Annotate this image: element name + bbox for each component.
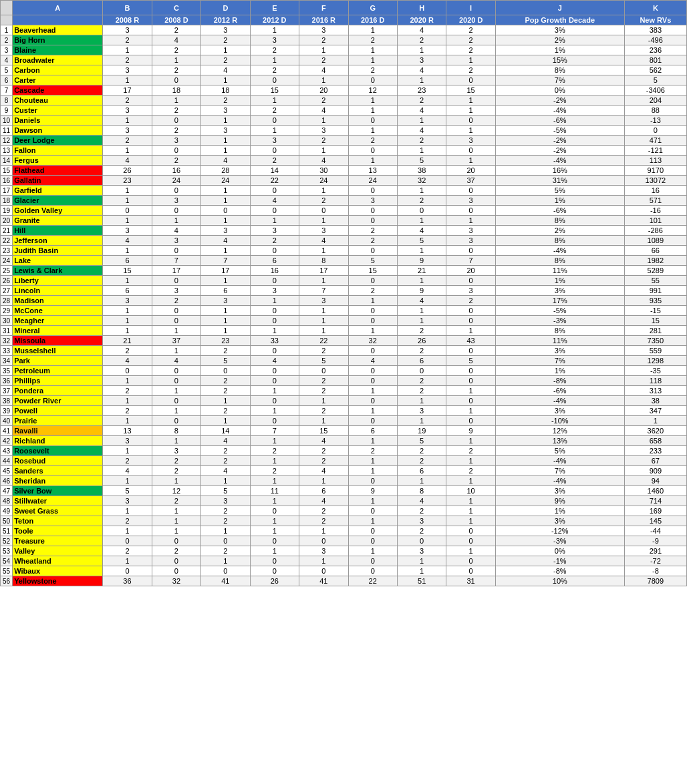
- table-row: 35Petroleum000000001%-35: [1, 366, 687, 376]
- table-row: 53Valley222131310%291: [1, 546, 687, 556]
- row-number: 31: [1, 326, 13, 336]
- data-cell: 7350: [624, 336, 686, 346]
- county-name: Liberty: [13, 276, 103, 286]
- row-number: 46: [1, 476, 13, 486]
- data-cell: 5: [624, 75, 686, 85]
- row-number: 1: [1, 25, 13, 35]
- data-cell: 11%: [495, 336, 624, 346]
- data-cell: 3620: [624, 426, 686, 436]
- data-cell: 2: [299, 346, 348, 356]
- county-name: Missoula: [13, 336, 103, 346]
- data-cell: 8: [397, 486, 446, 496]
- data-cell: 2: [201, 95, 250, 106]
- data-cell: 55: [624, 276, 686, 286]
- table-row: 32Missoula213723332232264311%7350: [1, 336, 687, 346]
- data-cell: 3: [152, 136, 200, 146]
- data-cell: 0: [152, 316, 200, 326]
- data-cell: 559: [624, 346, 686, 356]
- county-name: Deer Lodge: [13, 136, 103, 146]
- row-number: 32: [1, 336, 13, 346]
- data-cell: 0: [446, 566, 495, 576]
- data-cell: 6: [397, 466, 446, 476]
- data-cell: -72: [624, 556, 686, 566]
- data-cell: 1: [299, 276, 348, 286]
- data-cell: 2: [299, 95, 348, 106]
- data-cell: 4: [299, 65, 348, 75]
- data-cell: 4: [103, 156, 152, 166]
- data-cell: 0: [250, 396, 299, 406]
- data-cell: 41: [201, 576, 250, 586]
- data-cell: 1: [348, 456, 397, 466]
- data-cell: 0: [250, 346, 299, 356]
- table-row: 2Big Horn242322222%-496: [1, 35, 687, 45]
- data-cell: 2: [299, 136, 348, 146]
- data-cell: 2: [299, 506, 348, 516]
- data-cell: 36: [103, 576, 152, 586]
- data-cell: 1: [250, 296, 299, 306]
- data-cell: 1: [103, 146, 152, 156]
- data-cell: 32: [397, 176, 446, 186]
- county-name: Custer: [13, 106, 103, 116]
- county-name: Blaine: [13, 45, 103, 55]
- table-row: 34Park445454657%1298: [1, 356, 687, 366]
- data-cell: 3%: [495, 486, 624, 496]
- data-cell: 3: [201, 296, 250, 306]
- data-cell: 18: [201, 85, 250, 95]
- data-cell: 2: [348, 136, 397, 146]
- data-cell: 4: [397, 296, 446, 306]
- data-cell: -5%: [495, 126, 624, 136]
- data-cell: 4: [299, 466, 348, 476]
- data-cell: 1: [250, 216, 299, 226]
- data-cell: 2: [348, 65, 397, 75]
- data-cell: 2: [348, 226, 397, 236]
- data-cell: 4: [250, 356, 299, 366]
- subheader-2016d: 2016 D: [348, 15, 397, 25]
- data-cell: 9170: [624, 166, 686, 176]
- data-cell: 3: [250, 226, 299, 236]
- row-number: 12: [1, 136, 13, 146]
- data-cell: 2: [446, 35, 495, 45]
- data-cell: 66: [624, 246, 686, 256]
- data-cell: 1: [446, 506, 495, 516]
- table-row: 14Fergus42424151-4%113: [1, 156, 687, 166]
- data-cell: 1: [299, 416, 348, 426]
- data-cell: 43: [446, 336, 495, 346]
- data-cell: 5: [397, 436, 446, 446]
- data-cell: 0: [250, 416, 299, 426]
- data-cell: 0: [446, 146, 495, 156]
- data-cell: 3: [103, 226, 152, 236]
- data-cell: 2: [446, 296, 495, 306]
- county-name: Cascade: [13, 85, 103, 95]
- data-cell: 2: [152, 45, 200, 55]
- data-cell: 23: [201, 336, 250, 346]
- data-cell: 233: [624, 446, 686, 456]
- data-cell: 33: [250, 336, 299, 346]
- data-cell: 0: [446, 376, 495, 386]
- data-cell: 1: [397, 416, 446, 426]
- data-cell: 3: [250, 35, 299, 45]
- data-cell: 0: [348, 526, 397, 536]
- data-cell: 4: [201, 436, 250, 446]
- table-row: 33Musselshell212020203%559: [1, 346, 687, 356]
- data-cell: 0: [348, 366, 397, 376]
- data-cell: 1: [250, 496, 299, 506]
- data-cell: 2%: [495, 35, 624, 45]
- data-cell: 0: [250, 556, 299, 566]
- county-name: Roosevelt: [13, 446, 103, 456]
- col-a-header: A: [13, 1, 103, 15]
- data-cell: 1: [152, 436, 200, 446]
- data-cell: 0: [152, 366, 200, 376]
- table-row: 27Lincoln636372933%991: [1, 286, 687, 296]
- data-cell: 0: [250, 316, 299, 326]
- row-number: 30: [1, 316, 13, 326]
- row-number: 9: [1, 106, 13, 116]
- table-row: 4Broadwater2121213115%801: [1, 55, 687, 65]
- data-cell: 2: [397, 196, 446, 206]
- data-cell: 2: [103, 516, 152, 526]
- data-cell: -35: [624, 366, 686, 376]
- data-cell: 291: [624, 546, 686, 556]
- county-name: Jefferson: [13, 236, 103, 246]
- data-cell: 3: [152, 196, 200, 206]
- data-cell: 1: [348, 296, 397, 306]
- data-cell: 1: [397, 75, 446, 85]
